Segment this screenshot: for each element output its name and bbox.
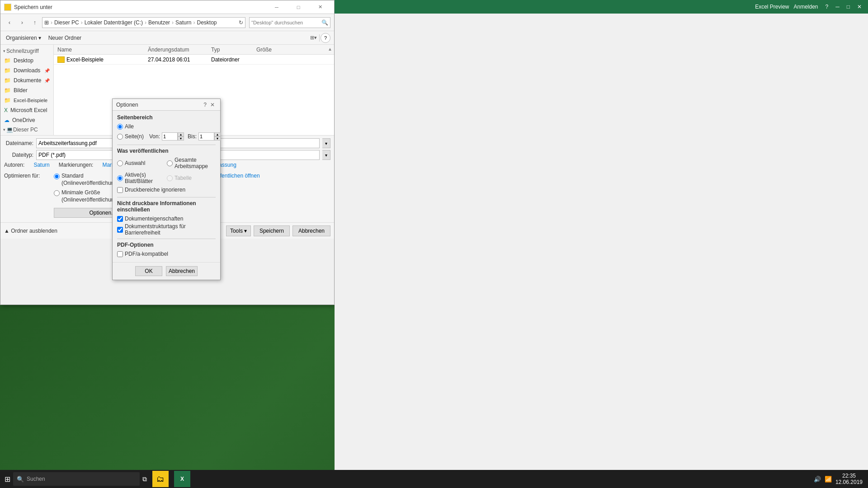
optimieren-label: Optimieren für: — [4, 173, 45, 218]
seitenbereich-title: Seitenbereich — [117, 114, 216, 121]
help-button[interactable]: ? — [321, 33, 330, 43]
taskbar-task-view[interactable]: ⧉ — [140, 470, 150, 488]
excel-background-window: Excel Preview Anmelden ? ─ □ ✕ — [335, 0, 868, 488]
forward-button[interactable]: › — [17, 17, 28, 28]
dateiname-dropdown[interactable]: ▾ — [322, 138, 330, 148]
dokumentstruktur-checkbox[interactable] — [117, 227, 123, 233]
navigation-toolbar: ‹ › ↑ ⊞ › Dieser PC › Lokaler Datenträge… — [0, 14, 334, 31]
von-down[interactable]: ▼ — [178, 136, 184, 141]
start-button[interactable]: ⊞ — [2, 470, 13, 488]
markierungen-label: Markierungen: — [59, 162, 94, 168]
save-button[interactable]: Speichern — [254, 225, 290, 236]
bis-input[interactable] — [198, 132, 214, 141]
options-cancel-button[interactable]: Abbrechen — [166, 266, 198, 276]
dokumenteigenschaften-checkbox[interactable] — [117, 216, 123, 222]
dateityp-dropdown[interactable]: ▾ — [322, 150, 330, 160]
table-row[interactable]: Excel-Beispiele 27.04.2018 06:01 Dateior… — [54, 55, 334, 65]
pdf-kompatibel-checkbox[interactable] — [117, 251, 123, 257]
sidebar-item-bilder-quick[interactable]: 📁 Bilder — [0, 85, 53, 95]
options-help-button[interactable]: ? — [203, 102, 207, 108]
seiten-radio[interactable] — [117, 134, 123, 140]
sidebar-item-3d-objekte[interactable]: 📁 3D-Objekte — [0, 134, 53, 135]
up-button[interactable]: ↑ — [29, 17, 40, 28]
excel-close-button[interactable]: ✕ — [854, 4, 864, 10]
close-button[interactable]: ✕ — [310, 3, 330, 12]
hide-folders-button[interactable]: ▲ Ordner ausblenden — [4, 228, 57, 234]
window-icon — [4, 4, 11, 11]
breadcrumb-part-2: Lokaler Datenträger (C:) — [85, 19, 143, 26]
bis-number: ▲ ▼ — [198, 132, 221, 141]
nicht-druckbar-title: Nicht druckbare Informationen einschließ… — [117, 200, 216, 213]
von-input[interactable] — [162, 132, 178, 141]
pin-icon: 📌 — [44, 78, 50, 83]
sidebar-item-label: Microsoft Excel — [10, 107, 47, 113]
network-icon[interactable]: 📶 — [825, 476, 832, 483]
view-icon-button[interactable]: ⊞▾ — [308, 33, 318, 43]
sidebar-section-dieser-pc[interactable]: ▾ 💻 Dieser PC — [0, 125, 53, 134]
dokumenteigenschaften-row: Dokumenteigenschaften — [117, 216, 216, 222]
taskbar-excel-app[interactable]: X — [171, 470, 193, 488]
volume-icon[interactable]: 🔊 — [814, 476, 821, 483]
excel-minimize-button[interactable]: ─ — [833, 4, 842, 10]
sidebar-item-microsoft-excel[interactable]: X Microsoft Excel — [0, 105, 53, 115]
sidebar-item-onedrive[interactable]: ☁ OneDrive — [0, 115, 53, 125]
gesamte-radio[interactable] — [167, 160, 173, 166]
druckbereiche-checkbox[interactable] — [117, 187, 123, 193]
sidebar-item-desktop-quick[interactable]: 📁 Desktop — [0, 56, 53, 66]
refresh-icon[interactable]: ↻ — [239, 19, 243, 26]
search-icon[interactable]: 🔍 — [321, 19, 328, 26]
aktive-radio-row: Aktive(s) Blatt/Blätter — [117, 172, 166, 184]
scroll-up-arrow: ▲ — [328, 47, 332, 52]
file-date: 27.04.2018 06:01 — [144, 56, 208, 63]
von-up[interactable]: ▲ — [178, 132, 184, 136]
options-close-button[interactable]: ✕ — [208, 101, 217, 109]
maximize-button[interactable]: □ — [288, 3, 309, 12]
address-bar[interactable]: ⊞ › Dieser PC › Lokaler Datenträger (C:)… — [42, 17, 245, 28]
taskbar-search-placeholder: Suchen — [27, 476, 45, 482]
dokumentstruktur-row: Dokumentstrukturtags für Barrierefreihei… — [117, 223, 216, 236]
aktive-label: Aktive(s) Blatt/Blätter — [125, 172, 166, 184]
aktive-radio[interactable] — [117, 175, 123, 181]
tabelle-radio[interactable] — [167, 175, 173, 181]
minimal-radio[interactable] — [54, 190, 60, 196]
sidebar-section-label: Schnellzugriff — [6, 48, 39, 54]
options-dialog: Optionen ? ✕ Seitenbereich Alle Seite(n)… — [112, 99, 221, 280]
organize-button[interactable]: Organisieren ▾ — [4, 33, 43, 43]
dokumenteigenschaften-label: Dokumenteigenschaften — [125, 216, 183, 222]
excel-help-button[interactable]: ? — [823, 4, 831, 10]
col-name-header: Name — [54, 47, 144, 53]
taskbar: ⊞ 🔍 Suchen ⧉ 🗂 X 🔊 📶 22:35 12.06.2019 — [0, 470, 868, 488]
sidebar-item-downloads-quick[interactable]: 📁 Downloads 📌 — [0, 66, 53, 75]
window-controls: ─ □ ✕ — [266, 3, 330, 12]
onedrive-icon: ☁ — [4, 117, 9, 123]
back-button[interactable]: ‹ — [4, 17, 15, 28]
alle-radio[interactable] — [117, 124, 123, 130]
search-bar[interactable]: 🔍 — [249, 17, 330, 28]
folder-icon: 📁 — [4, 57, 11, 64]
sidebar-section-schnellzugriff[interactable]: ▾ Schnellzugriff — [0, 47, 53, 56]
options-title-bar: Optionen ? ✕ — [113, 99, 220, 111]
anmelden-button[interactable]: Anmelden — [791, 4, 821, 10]
standard-radio[interactable] — [54, 174, 60, 179]
cancel-button[interactable]: Abbrechen — [292, 225, 330, 236]
taskbar-file-explorer[interactable]: 🗂 — [150, 470, 171, 488]
col-date-header: Änderungsdatum — [144, 47, 208, 53]
sidebar-item-excel-quick[interactable]: 📁 Excel-Beispiele — [0, 95, 53, 105]
expand-arrow: ▾ — [3, 127, 5, 132]
sidebar-item-label: Dieser PC — [13, 127, 38, 133]
sidebar-item-dokumente-quick[interactable]: 📁 Dokumente 📌 — [0, 75, 53, 85]
autoren-value[interactable]: Saturn — [33, 162, 49, 168]
auswahl-radio[interactable] — [117, 160, 123, 166]
excel-restore-button[interactable]: □ — [844, 4, 853, 10]
bis-up[interactable]: ▲ — [214, 132, 221, 136]
minimize-button[interactable]: ─ — [266, 3, 287, 12]
taskbar-search-bar[interactable]: 🔍 Suchen — [13, 472, 140, 486]
bis-down[interactable]: ▼ — [214, 136, 221, 141]
sidebar-item-label: OneDrive — [12, 117, 35, 123]
tools-button[interactable]: Tools ▾ — [226, 225, 251, 236]
file-type: Dateiordner — [208, 56, 253, 63]
new-folder-button[interactable]: Neuer Ordner — [47, 33, 83, 43]
taskbar-clock[interactable]: 22:35 12.06.2019 — [835, 473, 863, 485]
search-input[interactable] — [251, 20, 321, 25]
options-ok-button[interactable]: OK — [135, 266, 162, 276]
